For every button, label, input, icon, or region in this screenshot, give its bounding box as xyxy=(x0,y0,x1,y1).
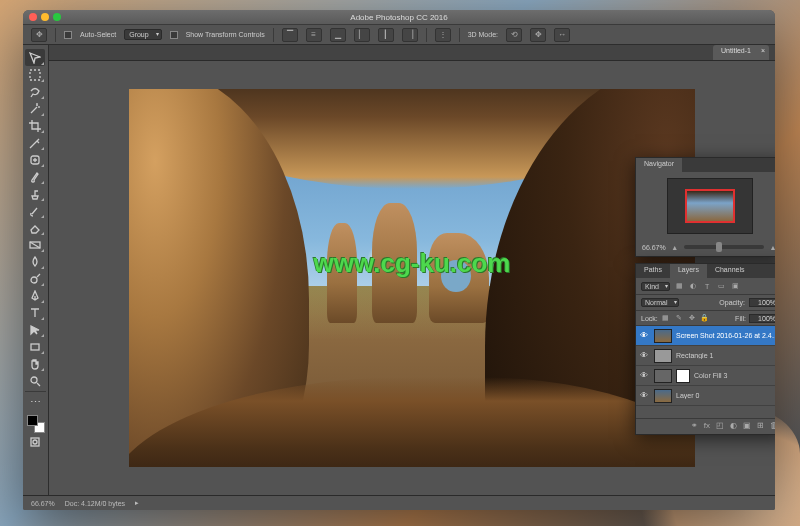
opacity-field[interactable]: 100% xyxy=(749,298,775,307)
fill-field[interactable]: 100% xyxy=(749,314,775,323)
layer-thumbnail[interactable] xyxy=(654,329,672,343)
svg-point-3 xyxy=(31,277,37,283)
layer-style-icon[interactable]: fx xyxy=(704,421,710,432)
show-transform-label: Show Transform Controls xyxy=(186,31,265,38)
align-top-icon[interactable]: ▔ xyxy=(282,28,298,42)
layer-mask-icon[interactable]: ◰ xyxy=(716,421,724,432)
window-close-icon[interactable] xyxy=(29,13,37,21)
marquee-tool[interactable] xyxy=(25,66,45,83)
type-tool[interactable] xyxy=(25,304,45,321)
visibility-toggle-icon[interactable]: 👁 xyxy=(640,351,650,360)
lasso-tool[interactable] xyxy=(25,83,45,100)
dodge-tool[interactable] xyxy=(25,270,45,287)
crop-tool[interactable] xyxy=(25,117,45,134)
3d-orbit-icon[interactable]: ⟲ xyxy=(506,28,522,42)
magic-wand-tool[interactable] xyxy=(25,100,45,117)
layer-name[interactable]: Screen Shot 2016-01-26 at 2.42.25 PM xyxy=(676,332,775,339)
filter-adjust-icon[interactable]: ◐ xyxy=(688,281,698,291)
layer-list: 👁 Screen Shot 2016-01-26 at 2.42.25 PM 👁… xyxy=(636,326,775,406)
visibility-toggle-icon[interactable]: 👁 xyxy=(640,371,650,380)
gradient-tool[interactable] xyxy=(25,236,45,253)
lock-pixels-icon[interactable]: ✎ xyxy=(674,313,684,323)
clone-stamp-tool[interactable] xyxy=(25,185,45,202)
layers-tab[interactable]: Layers xyxy=(670,264,707,278)
hand-tool[interactable] xyxy=(25,355,45,372)
rectangle-tool[interactable] xyxy=(25,338,45,355)
zoom-tool[interactable] xyxy=(25,372,45,389)
show-transform-checkbox[interactable] xyxy=(170,31,178,39)
layer-filter-kind-dropdown[interactable]: Kind xyxy=(641,282,670,291)
close-tab-icon[interactable]: × xyxy=(761,47,765,54)
filter-shape-icon[interactable]: ▭ xyxy=(716,281,726,291)
filter-pixel-icon[interactable]: ▦ xyxy=(674,281,684,291)
history-brush-tool[interactable] xyxy=(25,202,45,219)
document-tab[interactable]: Untitled-1 × xyxy=(713,45,769,60)
lock-all-icon[interactable]: 🔒 xyxy=(700,313,710,323)
blur-tool[interactable] xyxy=(25,253,45,270)
navigator-thumbnail[interactable] xyxy=(667,178,753,234)
navigator-panel[interactable]: Navigator 66.67% ▲ ▲ xyxy=(635,157,775,257)
eraser-tool[interactable] xyxy=(25,219,45,236)
layer-mask-thumbnail[interactable] xyxy=(676,369,690,383)
titlebar: Adobe Photoshop CC 2016 xyxy=(23,10,775,25)
link-layers-icon[interactable]: ⚭ xyxy=(691,421,698,432)
auto-select-checkbox[interactable] xyxy=(64,31,72,39)
lock-label: Lock: xyxy=(641,315,658,322)
adjustment-layer-icon[interactable]: ◐ xyxy=(730,421,737,432)
filter-smart-icon[interactable]: ▣ xyxy=(730,281,740,291)
layer-thumbnail[interactable] xyxy=(654,369,672,383)
layer-row[interactable]: 👁 Layer 0 xyxy=(636,386,775,406)
layer-name[interactable]: Rectangle 1 xyxy=(676,352,775,359)
layer-name[interactable]: Color Fill 3 xyxy=(694,372,775,379)
distribute-icon[interactable]: ⋮ xyxy=(435,28,451,42)
3d-pan-icon[interactable]: ✥ xyxy=(530,28,546,42)
layer-name[interactable]: Layer 0 xyxy=(676,392,775,399)
blend-mode-dropdown[interactable]: Normal xyxy=(641,298,679,307)
foreground-color-swatch[interactable] xyxy=(27,415,38,426)
layer-row[interactable]: 👁 Screen Shot 2016-01-26 at 2.42.25 PM xyxy=(636,326,775,346)
navigator-zoom-slider[interactable] xyxy=(684,245,764,249)
layers-panel[interactable]: Paths Layers Channels Kind ▦ ◐ T ▭ ▣ Nor… xyxy=(635,263,775,435)
photoshop-window: Adobe Photoshop CC 2016 ✥ Auto-Select Gr… xyxy=(23,10,775,510)
status-zoom[interactable]: 66.67% xyxy=(31,500,55,507)
window-zoom-icon[interactable] xyxy=(53,13,61,21)
healing-brush-tool[interactable] xyxy=(25,151,45,168)
color-swatches[interactable] xyxy=(25,415,46,433)
layer-row[interactable]: 👁 Rectangle 1 xyxy=(636,346,775,366)
status-chevron-icon[interactable]: ▸ xyxy=(135,499,139,507)
align-left-icon[interactable]: ▏ xyxy=(354,28,370,42)
align-hcenter-icon[interactable]: ┃ xyxy=(378,28,394,42)
zoom-out-icon[interactable]: ▲ xyxy=(670,242,680,252)
brush-tool[interactable] xyxy=(25,168,45,185)
document-tab-bar: Untitled-1 × xyxy=(49,45,775,61)
layer-thumbnail[interactable] xyxy=(654,389,672,403)
filter-type-icon[interactable]: T xyxy=(702,281,712,291)
path-selection-tool[interactable] xyxy=(25,321,45,338)
new-layer-icon[interactable]: ⊞ xyxy=(757,421,764,432)
document-canvas[interactable]: www.cg-ku.com xyxy=(129,89,695,467)
layer-thumbnail[interactable] xyxy=(654,349,672,363)
window-minimize-icon[interactable] xyxy=(41,13,49,21)
visibility-toggle-icon[interactable]: 👁 xyxy=(640,331,650,340)
visibility-toggle-icon[interactable]: 👁 xyxy=(640,391,650,400)
move-tool[interactable] xyxy=(25,49,45,66)
layer-group-icon[interactable]: ▣ xyxy=(743,421,751,432)
paths-tab[interactable]: Paths xyxy=(636,264,670,278)
zoom-in-icon[interactable]: ▲ xyxy=(768,242,775,252)
navigator-tab[interactable]: Navigator xyxy=(636,158,682,172)
status-doc-info[interactable]: Doc: 4.12M/0 bytes xyxy=(65,500,125,507)
align-bottom-icon[interactable]: ▁ xyxy=(330,28,346,42)
auto-select-target-dropdown[interactable]: Group xyxy=(124,29,161,40)
edit-toolbar-icon[interactable]: ⋯ xyxy=(25,394,45,411)
eyedropper-tool[interactable] xyxy=(25,134,45,151)
layer-row[interactable]: 👁 Color Fill 3 xyxy=(636,366,775,386)
3d-slide-icon[interactable]: ↔ xyxy=(554,28,570,42)
lock-position-icon[interactable]: ✥ xyxy=(687,313,697,323)
quick-mask-icon[interactable] xyxy=(25,433,45,450)
delete-layer-icon[interactable]: 🗑 xyxy=(770,421,775,432)
pen-tool[interactable] xyxy=(25,287,45,304)
align-right-icon[interactable]: ▕ xyxy=(402,28,418,42)
channels-tab[interactable]: Channels xyxy=(707,264,753,278)
align-vcenter-icon[interactable]: ≡ xyxy=(306,28,322,42)
lock-transparency-icon[interactable]: ▦ xyxy=(661,313,671,323)
